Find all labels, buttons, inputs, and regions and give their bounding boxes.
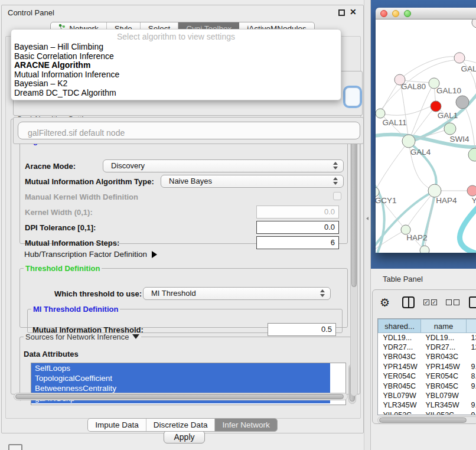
attribute-item-betweennesscentrality[interactable]: BetweennessCentrality bbox=[31, 383, 330, 393]
algorithm-option-aracne-algorithm[interactable]: ARACNE Algorithm bbox=[11, 61, 341, 70]
table-row[interactable]: YER054CYER054C8. bbox=[379, 371, 476, 381]
tab-discretize-data[interactable]: Discretize Data bbox=[146, 419, 216, 431]
table-cell: YBR045C bbox=[379, 381, 421, 390]
algorithm-combobox-focused[interactable] bbox=[345, 87, 360, 106]
table-cell: 9. bbox=[467, 400, 476, 410]
network-window-titlebar[interactable] bbox=[376, 8, 476, 19]
network-window: GALGAL80GAL10GAL11GAL1SWI4GAL4GCY1HAP4YH… bbox=[376, 8, 476, 253]
algorithm-option-dream8-dc-tdc-algorithm[interactable]: Dream8 DC_TDC Algorithm bbox=[11, 89, 341, 98]
table-cell: YER054C bbox=[379, 371, 421, 381]
mi-steps-label: Mutual Information Steps: bbox=[25, 239, 119, 247]
network-node[interactable] bbox=[472, 19, 476, 28]
checked-box-icon: ✓ bbox=[423, 299, 429, 305]
column-header-1[interactable]: shared... bbox=[379, 319, 421, 333]
float-window-icon[interactable] bbox=[338, 9, 345, 16]
apply-button[interactable]: Apply bbox=[164, 431, 205, 444]
algorithm-option-bayesian-hill-climbing[interactable]: Bayesian – Hill Climbing bbox=[11, 43, 341, 52]
network-node[interactable] bbox=[420, 246, 429, 253]
table-row[interactable]: YIL052CYIL052C9 bbox=[379, 410, 476, 415]
gear-icon[interactable]: ⚙ bbox=[380, 296, 390, 309]
hub-definition-toggle[interactable]: Hub/Transcription Factor Definition bbox=[24, 250, 157, 259]
network-node-y[interactable] bbox=[467, 185, 476, 196]
algorithm-option-mutual-information-inference[interactable]: Mutual Information Inference bbox=[11, 70, 341, 80]
table-hscrollbar-thumb[interactable] bbox=[379, 418, 467, 423]
columns-icon[interactable] bbox=[402, 296, 415, 308]
attribute-item-topologicalcoefficient[interactable]: TopologicalCoefficient bbox=[31, 373, 330, 383]
network-combobox[interactable]: galFiltered.sif default node bbox=[18, 122, 360, 139]
mi-steps-field[interactable]: 6 bbox=[256, 236, 339, 249]
unselect-columns-icon[interactable] bbox=[446, 299, 459, 305]
table-row[interactable]: YBR045CYBR045C9. bbox=[379, 381, 476, 390]
network-node-gal1[interactable] bbox=[444, 123, 456, 135]
window-zoom-icon[interactable] bbox=[404, 10, 411, 17]
node-label-hap2: HAP2 bbox=[406, 233, 427, 242]
column-header-2[interactable]: name bbox=[421, 319, 467, 333]
combo-stepper-icon bbox=[333, 162, 338, 169]
settings-vertical-scrollbar[interactable] bbox=[350, 127, 358, 396]
settings-vscrollbar-thumb[interactable] bbox=[351, 129, 357, 287]
algorithm-definition-group: Algorithm Definition Aracne Mode: Discov… bbox=[19, 136, 348, 244]
window-minimize-icon[interactable] bbox=[392, 10, 399, 17]
window-close-icon[interactable] bbox=[380, 10, 387, 17]
network-node[interactable] bbox=[456, 96, 469, 109]
table-cell: YPR145W bbox=[421, 362, 467, 371]
network-node-gal[interactable] bbox=[454, 53, 465, 63]
import-table-icon[interactable] bbox=[469, 296, 476, 308]
network-edge bbox=[400, 57, 459, 80]
close-icon[interactable]: ✕ bbox=[350, 7, 357, 17]
manual-kernel-checkbox[interactable] bbox=[333, 192, 341, 200]
control-panel-title: Control Panel bbox=[8, 8, 54, 17]
aracne-mode-label: Aracne Mode: bbox=[25, 162, 76, 171]
which-threshold-value: MI Threshold bbox=[151, 289, 196, 298]
minimized-panel-icon[interactable] bbox=[8, 444, 22, 450]
mi-type-combobox[interactable]: Naive Bayes bbox=[161, 175, 344, 188]
table-cell: YPR145W bbox=[379, 362, 421, 371]
table-row[interactable]: YBR043CYBR043C bbox=[379, 352, 476, 361]
table-row[interactable]: YDR27...YDR27...12 bbox=[379, 343, 476, 352]
network-node[interactable] bbox=[431, 101, 441, 112]
table-cell: 12 bbox=[467, 343, 476, 352]
network-node-gcy1[interactable] bbox=[376, 187, 379, 197]
which-threshold-combobox[interactable]: MI Threshold bbox=[143, 287, 331, 300]
tab-impute-data[interactable]: Impute Data bbox=[88, 419, 146, 431]
table-row[interactable]: YLR345WYLR345W9. bbox=[379, 400, 476, 410]
network-canvas[interactable]: GALGAL80GAL10GAL11GAL1SWI4GAL4GCY1HAP4YH… bbox=[376, 19, 476, 253]
table-cell: YBL079W bbox=[421, 391, 467, 400]
algorithm-option-basic-correlation-inference[interactable]: Basic Correlation Inference bbox=[11, 52, 341, 61]
table-cell: YIL052C bbox=[421, 410, 467, 415]
table-row[interactable]: YBL079WYBL079W bbox=[379, 391, 476, 400]
settings-hscrollbar-thumb[interactable] bbox=[15, 394, 344, 399]
algorithm-dropdown-placeholder: Select algorithm to view settings bbox=[11, 31, 341, 43]
network-edge bbox=[380, 106, 436, 115]
table-horizontal-scrollbar[interactable] bbox=[377, 416, 476, 424]
tab-infer-network[interactable]: Infer Network bbox=[215, 419, 276, 431]
node-label-gal80: GAL80 bbox=[401, 82, 426, 91]
algorithm-option-bayesian-k2[interactable]: Bayesian – K2 bbox=[11, 79, 341, 89]
aracne-mode-combobox[interactable]: Discovery bbox=[103, 159, 344, 172]
mi-threshold-group: MI Threshold Definition Mutual Informati… bbox=[27, 305, 343, 333]
network-node-hap4[interactable] bbox=[428, 184, 441, 197]
network-node-swi4[interactable] bbox=[468, 148, 476, 161]
kernel-width-field[interactable]: 0.0 bbox=[256, 206, 339, 219]
dpi-tolerance-field[interactable]: 0.0 bbox=[256, 221, 339, 234]
network-node-gal4[interactable] bbox=[402, 135, 415, 148]
node-label-gal1: GAL1 bbox=[438, 111, 458, 120]
network-node-gal11[interactable] bbox=[376, 109, 385, 118]
table-header-row: shared...nameA bbox=[379, 319, 476, 333]
sources-title-text: Sources for Network Inference bbox=[25, 332, 129, 341]
table-cell: 9. bbox=[467, 362, 476, 371]
expand-right-icon bbox=[152, 251, 157, 258]
panel-splitter[interactable] bbox=[364, 0, 371, 450]
settings-horizontal-scrollbar[interactable] bbox=[14, 393, 348, 400]
application-root: Control Panel ✕ NetworkStyleSelectCyni T… bbox=[0, 0, 476, 450]
table-row[interactable]: YDL19...YDL19...13 bbox=[379, 333, 476, 343]
table-cell: YDR27... bbox=[421, 343, 467, 352]
attribute-item-selfloops[interactable]: SelfLoops bbox=[31, 363, 330, 373]
select-columns-icon[interactable]: ✓ ✓ bbox=[423, 299, 437, 305]
table-cell: YLR345W bbox=[379, 400, 421, 410]
table-cell: YDL19... bbox=[379, 333, 421, 343]
splitter-collapse-icon[interactable] bbox=[366, 217, 369, 220]
table-row[interactable]: YPR145WYPR145W9. bbox=[379, 362, 476, 371]
column-header-3[interactable]: A bbox=[467, 319, 476, 333]
sources-title[interactable]: Sources for Network Inference bbox=[24, 332, 141, 341]
